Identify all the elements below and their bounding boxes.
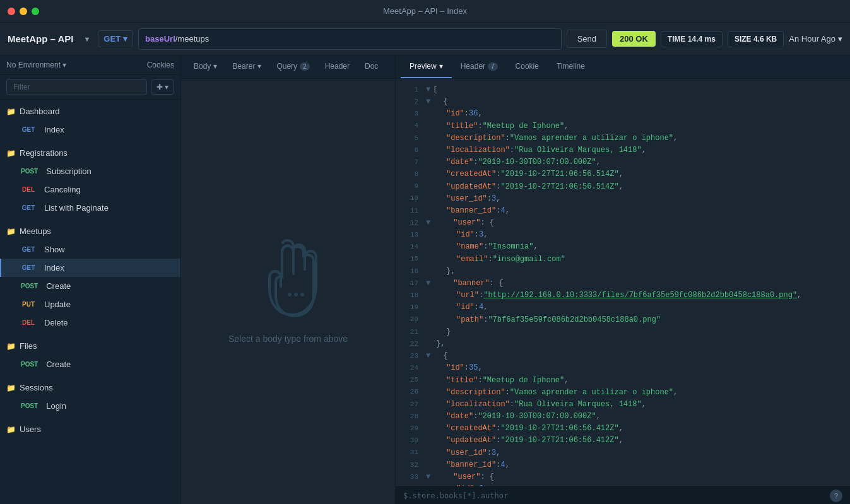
bottom-bar: ?	[396, 486, 850, 504]
timestamp-chevron-icon: ▾	[838, 34, 842, 44]
sidebar-item-registrations-list[interactable]: GET List with Paginate	[0, 199, 180, 217]
section-header-sessions[interactable]: 📁 Sessions	[0, 378, 180, 397]
preview-chevron-icon: ▾	[439, 62, 443, 71]
json-line: 19"id": 4,	[396, 302, 850, 314]
section-registrations: 📁 Registrations POST Subscription DEL Ca…	[0, 141, 180, 220]
status-badge: 200 OK	[612, 31, 656, 47]
timestamp-button[interactable]: An Hour Ago ▾	[789, 34, 842, 44]
section-users: 📁 Users	[0, 418, 180, 441]
url-path-input[interactable]	[175, 34, 555, 44]
item-label: Index	[44, 125, 64, 134]
method-selector[interactable]: GET ▾	[98, 30, 133, 47]
folder-icon: 📁	[6, 149, 16, 158]
json-line: 8"createdAt": "2019-10-27T21:06:56.514Z"…	[396, 168, 850, 180]
jq-filter-input[interactable]	[403, 491, 830, 500]
sidebar-item-registrations-subscription[interactable]: POST Subscription	[0, 162, 180, 180]
section-header-dashboard[interactable]: 📁 Dashboard	[0, 102, 180, 120]
section-header-users[interactable]: 📁 Users	[0, 420, 180, 438]
tab-query[interactable]: Query 2	[269, 56, 317, 78]
maximize-button[interactable]	[32, 8, 39, 15]
method-badge-del: DEL	[18, 318, 39, 327]
tab-response-header[interactable]: Header 7	[452, 56, 507, 78]
section-name-users: Users	[20, 425, 41, 434]
sidebar-item-registrations-canceling[interactable]: DEL Canceling	[0, 180, 180, 199]
json-line: 13"id": 3,	[396, 229, 850, 241]
app-dropdown-button[interactable]: ▼	[81, 34, 93, 44]
cookies-button[interactable]: Cookies	[147, 61, 174, 69]
body-chevron-icon: ▾	[213, 62, 217, 71]
tab-body-label: Body	[194, 62, 211, 71]
tab-timeline[interactable]: Timeline	[548, 56, 594, 78]
filter-input[interactable]	[6, 79, 147, 95]
json-line: 15"email": "inso@gmail.com"	[396, 254, 850, 266]
json-line: 2▼{	[396, 96, 850, 108]
section-header-files[interactable]: 📁 Files	[0, 337, 180, 355]
item-label: Delete	[44, 318, 68, 327]
close-button[interactable]	[8, 8, 15, 15]
json-line: 28"date": "2019-10-30T00:07:00.000Z",	[396, 411, 850, 423]
method-badge-post: POST	[18, 360, 41, 369]
item-label: Subscription	[46, 167, 91, 176]
json-line: 9"updatedAt": "2019-10-27T21:06:56.514Z"…	[396, 181, 850, 193]
sidebar-item-meetups-delete[interactable]: DEL Delete	[0, 314, 180, 332]
tab-cookie[interactable]: Cookie	[507, 56, 548, 78]
section-name-sessions: Sessions	[20, 383, 53, 392]
json-line: 1▼[	[396, 84, 850, 96]
tab-timeline-label: Timeline	[557, 62, 585, 71]
empty-state-icon	[251, 239, 326, 321]
help-button[interactable]: ?	[830, 489, 842, 502]
json-line: 12▼"user": {	[396, 217, 850, 229]
request-panel: Body ▾ Bearer ▾ Query 2 Header Doc	[181, 56, 396, 504]
sidebar-item-meetups-create[interactable]: POST Create	[0, 277, 180, 295]
tab-header[interactable]: Header	[317, 56, 357, 78]
window-title: MeetApp – API – Index	[383, 6, 467, 16]
json-line: 6"localization": "Rua Oliveira Marques, …	[396, 144, 850, 156]
svg-point-2	[288, 293, 292, 296]
folder-icon: 📁	[6, 425, 16, 434]
env-bar: No Environment ▾ Cookies	[0, 56, 180, 75]
main-layout: No Environment ▾ Cookies ✚ ▾ 📁 Dashboard…	[0, 56, 850, 504]
tab-header-label: Header	[325, 62, 350, 71]
send-button[interactable]: Send	[567, 30, 607, 48]
tab-body[interactable]: Body ▾	[186, 56, 225, 78]
url-base-label[interactable]: baseUrl	[145, 34, 175, 44]
method-badge-put: PUT	[18, 300, 39, 309]
env-label: No Environment	[6, 61, 61, 69]
env-selector[interactable]: No Environment ▾	[6, 61, 66, 69]
sidebar-item-sessions-login[interactable]: POST Login	[0, 397, 180, 415]
sidebar-item-meetups-update[interactable]: PUT Update	[0, 295, 180, 314]
section-files: 📁 Files POST Create	[0, 334, 180, 376]
section-header-meetups[interactable]: 📁 Meetups	[0, 222, 180, 240]
tab-query-label: Query	[276, 62, 297, 71]
response-tabs: Preview ▾ Header 7 Cookie Timeline	[396, 56, 850, 79]
tab-bearer[interactable]: Bearer ▾	[225, 56, 269, 78]
app-name-label: MeetApp – API	[8, 33, 73, 44]
bearer-chevron-icon: ▾	[257, 62, 261, 71]
tab-docs[interactable]: Doc	[357, 56, 386, 78]
sidebar-item-meetups-show[interactable]: GET Show	[0, 240, 180, 259]
json-line: 11"banner_id": 4,	[396, 205, 850, 217]
size-stat: SIZE 4.6 KB	[728, 31, 784, 47]
json-line: 32"banner_id": 4,	[396, 459, 850, 471]
size-value: 4.6 KB	[753, 35, 777, 44]
json-line: 31"user_id": 3,	[396, 447, 850, 459]
sidebar-item-files-create[interactable]: POST Create	[0, 355, 180, 373]
section-name-meetups: Meetups	[20, 226, 51, 236]
section-header-registrations[interactable]: 📁 Registrations	[0, 144, 180, 162]
response-panel: Preview ▾ Header 7 Cookie Timeline 1▼[ 2…	[396, 56, 850, 504]
svg-point-0	[294, 293, 298, 296]
minimize-button[interactable]	[20, 8, 27, 15]
json-line: 14"name": "Insomnia",	[396, 241, 850, 253]
json-line: 26"description": "Vamos aprender a utili…	[396, 387, 850, 399]
time-label: TIME	[668, 35, 686, 44]
tab-cookie-label: Cookie	[516, 62, 539, 71]
sidebar-item-meetups-index[interactable]: GET Index	[0, 259, 180, 277]
window-controls	[8, 8, 39, 15]
item-label: Create	[46, 281, 71, 291]
method-badge-get: GET	[18, 245, 39, 254]
tab-preview[interactable]: Preview ▾	[401, 56, 452, 78]
section-name-registrations: Registrations	[20, 148, 68, 158]
sidebar-item-dashboard-index[interactable]: GET Index	[0, 120, 180, 139]
add-request-button[interactable]: ✚ ▾	[151, 79, 174, 95]
empty-state-text: Select a body type from above	[228, 334, 348, 344]
